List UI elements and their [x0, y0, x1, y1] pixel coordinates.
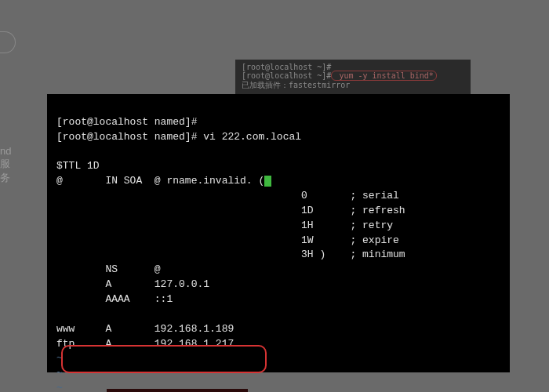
background-terminal-ghost: [root@localhost ~]# [root@localhost ~]# …: [235, 60, 471, 99]
soa-expire: 1W ; expire: [56, 234, 399, 246]
prompt-line-2-prompt: [root@localhost named]#: [56, 131, 203, 143]
prompt-line-1: [root@localhost named]#: [56, 116, 197, 128]
cursor: [264, 176, 271, 187]
ttl-line: $TTL 1D: [56, 160, 100, 172]
soa-serial: 0 ; serial: [56, 190, 399, 201]
terminal-window[interactable]: [root@localhost named]# [root@localhost …: [47, 94, 510, 372]
soa-minimum: 3H ) ; minimum: [56, 249, 405, 260]
aaaa-record: AAAA ::1: [56, 293, 173, 305]
soa-line: @ IN SOA @ rname.invalid. (: [56, 175, 264, 187]
dark-patch-overlay: [107, 389, 248, 392]
a-record: A 127.0.0.1: [56, 278, 209, 290]
ui-fragment-circle: [0, 31, 16, 53]
vi-tilde: ~: [56, 382, 63, 392]
ghost-line-2: [root@localhost ~]# yum -y install bind*: [242, 71, 464, 80]
prompt-line-2-cmd: vi 222.com.local: [203, 131, 301, 143]
ghost-line-3: 已加载插件：fastestmirror: [242, 80, 464, 91]
www-a-record: www A 192.168.1.189: [56, 323, 234, 335]
soa-retry: 1H ; retry: [56, 220, 393, 231]
vi-tilde: ~: [56, 352, 63, 364]
ns-record: NS @: [56, 263, 161, 275]
soa-refresh: 1D ; refresh: [56, 205, 405, 216]
ftp-a-record: ftp A 192.168.1.217: [56, 338, 234, 350]
vi-tilde: ~: [56, 367, 63, 379]
bg-text-service: nd服务: [0, 145, 11, 185]
